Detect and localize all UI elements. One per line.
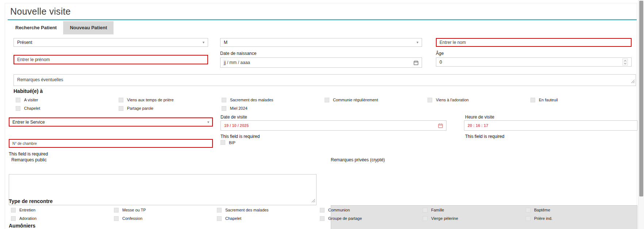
checkbox[interactable] bbox=[320, 208, 325, 213]
statut-select-value: Présent bbox=[17, 40, 32, 45]
checkbox-label: Viens à l'adoration bbox=[436, 98, 469, 102]
rencontre-option: Adoration bbox=[11, 216, 114, 221]
statut-select[interactable]: Présent ▾ bbox=[14, 38, 208, 47]
chevron-down-icon: ▾ bbox=[203, 41, 204, 44]
habitue-option: Chapelet bbox=[16, 106, 119, 111]
resize-grip-icon[interactable] bbox=[631, 78, 635, 85]
checkbox-label: Messe ou TP bbox=[122, 208, 146, 212]
checkbox[interactable] bbox=[11, 216, 16, 221]
remarques-public-label: Remarques public bbox=[11, 157, 47, 162]
checkbox[interactable] bbox=[114, 208, 119, 213]
calendar-icon[interactable] bbox=[438, 123, 443, 128]
rencontre-option: Messe ou TP bbox=[114, 207, 217, 213]
nom-input[interactable]: Entrer le nom bbox=[436, 38, 632, 47]
prenom-placeholder: Entrer le prénom bbox=[17, 57, 50, 62]
checkbox[interactable] bbox=[217, 208, 222, 213]
checkbox-label: Chapelet bbox=[225, 216, 241, 221]
civilite-select-value: M bbox=[224, 40, 227, 45]
aumoniers-heading: Aumôniers bbox=[9, 223, 35, 229]
checkbox-label: Groupe de partage bbox=[328, 216, 362, 221]
checkbox[interactable] bbox=[16, 98, 20, 102]
checkbox-label: Confession bbox=[122, 216, 142, 221]
habitue-option: En fauteuil bbox=[530, 97, 633, 102]
checkbox[interactable] bbox=[119, 106, 123, 111]
checkbox[interactable] bbox=[320, 216, 325, 221]
rencontre-option: Communion bbox=[320, 207, 423, 213]
checkbox[interactable] bbox=[11, 208, 16, 213]
checkbox[interactable] bbox=[530, 98, 535, 102]
rencontre-option: Chapelet bbox=[217, 216, 320, 221]
checkbox[interactable] bbox=[119, 98, 123, 102]
rencontre-option: Confession bbox=[114, 216, 217, 221]
checkbox[interactable] bbox=[16, 106, 20, 111]
new-visit-page: Nouvelle visite Recherche Patient Nouvea… bbox=[0, 0, 644, 229]
habitue-option: Viens aux temps de prière bbox=[119, 97, 222, 102]
title-divider bbox=[8, 19, 637, 20]
habitue-option: Sacrement des malades bbox=[222, 97, 325, 102]
checkbox-label: Sacrement des malades bbox=[225, 208, 269, 212]
checkbox-label: Communie régulièrement bbox=[333, 98, 378, 102]
checkbox-label: Adoration bbox=[19, 216, 37, 221]
rencontre-option: Famille bbox=[423, 207, 526, 213]
number-spinner[interactable] bbox=[622, 59, 628, 65]
habitue-option: Miel 2024 bbox=[222, 106, 325, 111]
checkbox-label: En fauteuil bbox=[539, 98, 558, 102]
tab-recherche-patient[interactable]: Recherche Patient bbox=[9, 21, 63, 34]
chambre-required-message: This field is required bbox=[9, 151, 48, 157]
remarques-public-textarea[interactable] bbox=[9, 174, 317, 205]
remarques-eventuelles-placeholder: Remarques éventuelles bbox=[17, 77, 63, 82]
civilite-select[interactable]: M ▾ bbox=[220, 38, 422, 47]
checkbox[interactable] bbox=[428, 98, 432, 102]
resize-grip-icon[interactable] bbox=[311, 198, 315, 204]
service-select[interactable]: Entrer le Service ▾ bbox=[9, 117, 213, 127]
page-card: Nouvelle visite Recherche Patient Nouvea… bbox=[5, 3, 637, 229]
checkbox-label: Partage parole bbox=[127, 106, 153, 110]
bip-option: BIP bbox=[221, 140, 235, 145]
rencontre-heading: Type de rencontre bbox=[9, 198, 53, 204]
checkbox[interactable] bbox=[114, 216, 119, 221]
heure-visite-value: 20 : 16 : 17 bbox=[468, 123, 488, 128]
tab-nouveau-patient[interactable]: Nouveau Patient bbox=[63, 21, 114, 34]
date-naissance-placeholder: jj / mm / aaaa bbox=[224, 60, 250, 65]
checkbox-label: Communion bbox=[328, 208, 350, 212]
nom-placeholder: Entrer le nom bbox=[440, 40, 466, 45]
checkbox[interactable] bbox=[222, 106, 226, 111]
checkbox-label: Prière ind. bbox=[534, 216, 552, 221]
habitue-checkbox-grid: A visiter Viens aux temps de prière Sacr… bbox=[16, 97, 633, 111]
checkbox-label: Chapelet bbox=[24, 106, 40, 110]
age-label: Âge bbox=[436, 51, 444, 56]
heure-visite-label: Heure de visite bbox=[465, 114, 494, 120]
checkbox[interactable] bbox=[325, 98, 329, 102]
checkbox-label: Entretien bbox=[19, 208, 35, 212]
checkbox-label: A visiter bbox=[24, 98, 38, 102]
date-naissance-input[interactable]: jj / mm / aaaa bbox=[220, 57, 422, 68]
checkbox-label: Baptême bbox=[534, 208, 550, 212]
rencontre-option: Groupe de partage bbox=[320, 216, 423, 221]
scrollbar-thumb[interactable] bbox=[639, 1, 643, 196]
bip-checkbox[interactable] bbox=[221, 140, 225, 145]
rencontre-option: Baptême bbox=[526, 207, 629, 213]
chevron-down-icon: ▾ bbox=[417, 41, 418, 44]
chambre-input[interactable]: N° de chambre bbox=[9, 139, 213, 148]
prenom-input[interactable]: Entrer le prénom bbox=[14, 55, 208, 64]
vertical-scrollbar[interactable] bbox=[638, 0, 644, 229]
date-visite-required-message: This field is required bbox=[221, 134, 260, 139]
date-visite-input[interactable]: 19 / 10 / 2025 bbox=[221, 120, 446, 131]
checkbox[interactable] bbox=[423, 216, 428, 221]
habitue-option: Viens à l'adoration bbox=[428, 97, 530, 102]
remarques-eventuelles-textarea[interactable]: Remarques éventuelles bbox=[14, 74, 636, 86]
date-visite-label: Date de visite bbox=[221, 114, 247, 120]
checkbox[interactable] bbox=[217, 216, 222, 221]
calendar-icon[interactable] bbox=[414, 60, 418, 65]
age-input[interactable]: 0 bbox=[436, 57, 632, 67]
checkbox[interactable] bbox=[222, 98, 226, 102]
service-placeholder: Entrer le Service bbox=[12, 120, 45, 125]
age-value: 0 bbox=[440, 60, 442, 65]
checkbox[interactable] bbox=[526, 208, 530, 213]
checkbox[interactable] bbox=[423, 208, 428, 213]
heure-visite-input[interactable]: 20 : 16 : 17 bbox=[464, 120, 637, 131]
checkbox-label: Viens aux temps de prière bbox=[127, 98, 174, 102]
checkbox[interactable] bbox=[526, 216, 530, 221]
habitue-option: Partage parole bbox=[119, 106, 222, 111]
checkbox-label: Sacrement des malades bbox=[230, 98, 273, 102]
